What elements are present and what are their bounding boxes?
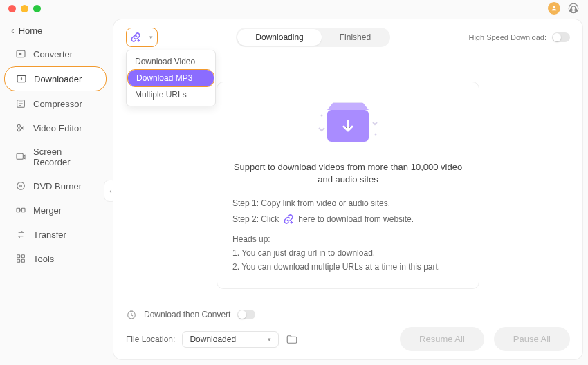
empty-illustration — [232, 95, 463, 151]
heads-up-1: 1. You can just drag url in to download. — [232, 248, 463, 258]
chevron-left-icon: ‹ — [11, 25, 15, 36]
high-speed-toggle[interactable] — [552, 32, 570, 42]
sidebar-item-label: Tools — [33, 254, 54, 264]
sidebar-item-video-editor[interactable]: Video Editor — [4, 116, 107, 140]
sidebar-item-label: Downloader — [34, 74, 82, 84]
svg-rect-13 — [21, 208, 25, 212]
sidebar-item-transfer[interactable]: Transfer — [4, 223, 107, 246]
screen-recorder-icon — [15, 151, 26, 162]
high-speed-row: High Speed Download: — [468, 32, 570, 42]
tab-downloading[interactable]: Downloading — [237, 29, 321, 46]
close-window-button[interactable] — [8, 5, 16, 12]
sidebar-item-label: Converter — [33, 49, 73, 59]
home-label: Home — [19, 26, 43, 36]
sidebar-item-label: Video Editor — [33, 123, 82, 133]
sidebar: ‹ Home Converter Downloader Compressor V… — [0, 17, 111, 365]
download-convert-label: Download then Convert — [144, 310, 230, 319]
timer-icon — [126, 309, 137, 320]
sidebar-item-dvd-burner[interactable]: DVD Burner — [4, 174, 107, 198]
svg-point-21 — [321, 115, 323, 117]
link-plus-icon — [127, 28, 145, 46]
svg-rect-3 — [575, 9, 576, 12]
svg-rect-12 — [17, 208, 20, 212]
transfer-icon — [15, 229, 26, 240]
heads-up-2: 2. You can download multiple URLs at a t… — [232, 262, 463, 272]
svg-rect-15 — [21, 255, 24, 258]
back-home-button[interactable]: ‹ Home — [0, 19, 111, 41]
add-dropdown-toggle[interactable]: ▾ — [145, 28, 157, 46]
svg-point-11 — [20, 185, 22, 187]
sidebar-item-label: Transfer — [33, 230, 66, 240]
sidebar-item-label: DVD Burner — [33, 181, 82, 191]
svg-rect-16 — [17, 259, 20, 262]
user-avatar[interactable] — [548, 2, 560, 15]
file-location-label: File Location: — [126, 335, 175, 344]
compressor-icon — [15, 98, 26, 109]
dropdown-item-multiple-urls[interactable]: Multiple URLs — [127, 86, 215, 103]
high-speed-label: High Speed Download: — [468, 33, 546, 41]
file-location-select[interactable]: Downloaded ▾ — [182, 331, 279, 348]
svg-point-10 — [17, 182, 25, 190]
tools-icon — [15, 253, 26, 264]
svg-point-22 — [375, 134, 377, 136]
main-panel: ▾ Downloading Finished High Speed Downlo… — [113, 19, 582, 359]
bottom-bar: Download then Convert File Location: Dow… — [126, 302, 570, 351]
sidebar-item-label: Merger — [33, 205, 62, 216]
dropdown-item-download-video[interactable]: Download Video — [127, 53, 215, 70]
downloader-icon — [16, 73, 27, 84]
sidebar-item-label: Compressor — [33, 99, 82, 109]
svg-point-7 — [17, 124, 20, 127]
chevron-down-icon: ▾ — [268, 336, 271, 343]
sidebar-item-compressor[interactable]: Compressor — [4, 92, 107, 115]
step-2: Step 2: Click here to download from webs… — [232, 212, 463, 226]
maximize-window-button[interactable] — [33, 5, 41, 12]
tab-finished[interactable]: Finished — [322, 29, 389, 46]
dropdown-item-download-mp3[interactable]: Download MP3 — [128, 70, 214, 86]
download-convert-toggle[interactable] — [237, 310, 255, 319]
add-dropdown-menu: Download Video Download MP3 Multiple URL… — [126, 50, 216, 106]
step-1: Step 1: Copy link from video or audio si… — [232, 198, 463, 208]
resume-all-button[interactable]: Resume All — [400, 327, 484, 351]
converter-icon — [15, 48, 26, 59]
sidebar-item-merger[interactable]: Merger — [4, 198, 107, 222]
support-icon[interactable] — [567, 2, 580, 15]
video-editor-icon — [15, 122, 26, 133]
link-plus-icon — [282, 212, 295, 226]
titlebar — [0, 0, 588, 17]
svg-rect-14 — [17, 255, 20, 258]
empty-message: Support to download videos from more tha… — [232, 161, 463, 186]
svg-point-0 — [553, 6, 555, 8]
sidebar-item-label: Screen Recorder — [33, 147, 95, 167]
empty-state-card: Support to download videos from more tha… — [217, 82, 479, 289]
merger-icon — [15, 205, 26, 216]
dvd-burner-icon — [15, 180, 26, 191]
sidebar-item-downloader[interactable]: Downloader — [4, 66, 107, 91]
heads-up-label: Heads up: — [232, 234, 463, 244]
svg-rect-2 — [571, 9, 572, 12]
pause-all-button[interactable]: Pause All — [494, 327, 570, 351]
svg-point-8 — [17, 129, 20, 131]
minimize-window-button[interactable] — [21, 5, 28, 12]
svg-rect-9 — [17, 153, 23, 159]
sidebar-item-converter[interactable]: Converter — [4, 42, 107, 66]
status-tabs: Downloading Finished — [236, 28, 390, 47]
sidebar-item-screen-recorder[interactable]: Screen Recorder — [4, 140, 107, 174]
open-folder-button[interactable] — [286, 333, 298, 346]
add-download-button[interactable]: ▾ — [126, 28, 158, 47]
window-controls — [8, 5, 41, 12]
sidebar-item-tools[interactable]: Tools — [4, 247, 107, 270]
svg-rect-17 — [21, 259, 24, 262]
